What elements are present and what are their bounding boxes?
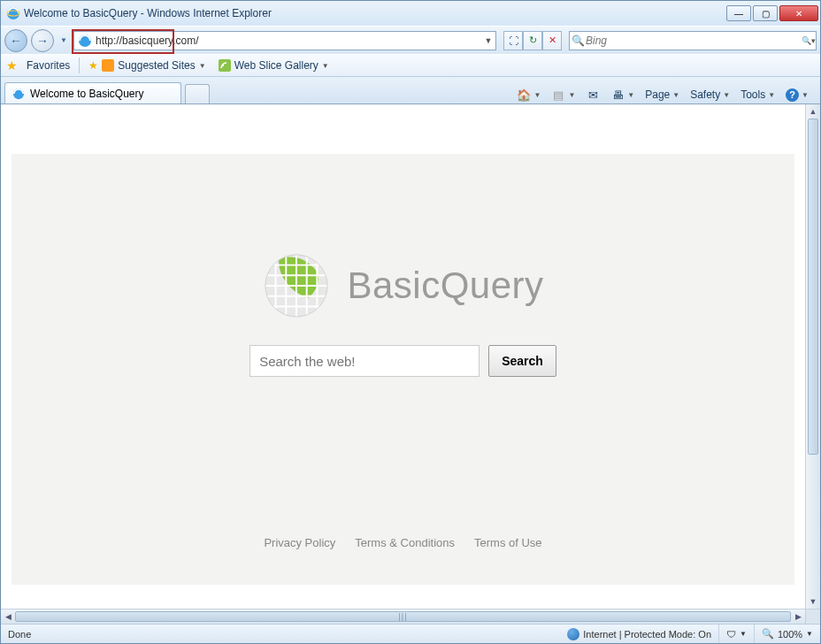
scroll-corner	[805, 609, 820, 624]
chevron-down-icon: ▼	[322, 62, 329, 70]
safety-menu[interactable]: Safety▼	[687, 87, 733, 103]
page-body: BasicQuery Search Privacy Policy Terms &…	[1, 154, 805, 609]
brand-text: BasicQuery	[347, 264, 543, 307]
svg-rect-3	[219, 59, 231, 72]
scroll-up-button[interactable]: ▲	[806, 104, 820, 119]
internet-zone-icon	[567, 628, 579, 640]
tab-active[interactable]: Welcome to BasicQuery	[4, 82, 181, 104]
favorites-button[interactable]: Favorites	[23, 58, 73, 73]
close-button[interactable]: ✕	[779, 5, 818, 21]
separator	[79, 58, 80, 73]
scroll-thumb[interactable]: |||	[15, 611, 791, 622]
help-button[interactable]: ?▼	[783, 87, 811, 104]
footer-links: Privacy Policy Terms & Conditions Terms …	[29, 536, 777, 549]
address-dropdown[interactable]: ▼	[481, 36, 495, 45]
forward-button[interactable]: →	[31, 29, 54, 52]
tools-menu-label: Tools	[740, 88, 765, 101]
chevron-down-icon: ▼	[672, 91, 679, 99]
tab-title: Welcome to BasicQuery	[30, 88, 144, 100]
page-viewport: BasicQuery Search Privacy Policy Terms &…	[1, 104, 805, 609]
page-inner: BasicQuery Search Privacy Policy Terms &…	[12, 154, 794, 585]
rss-icon: ▤	[551, 88, 565, 102]
page-menu-label: Page	[645, 88, 670, 101]
chevron-down-icon: ▼	[627, 91, 634, 99]
footer-terms-link[interactable]: Terms & Conditions	[355, 536, 455, 549]
ie-window: Welcome to BasicQuery - Windows Internet…	[0, 0, 821, 644]
zoom-level: 100%	[778, 629, 802, 640]
status-protected-icon[interactable]: 🛡▼	[719, 625, 755, 643]
status-bar: Done Internet | Protected Mode: On 🛡▼ 🔍 …	[1, 624, 820, 643]
chevron-down-icon: ▼	[723, 91, 730, 99]
search-box[interactable]: 🔍 🔍▾	[569, 31, 817, 50]
grip-icon: |||	[398, 612, 407, 621]
address-input[interactable]	[96, 34, 481, 47]
scroll-left-button[interactable]: ◀	[1, 610, 15, 624]
privacy-icon: 🛡	[726, 629, 736, 640]
nav-history-dropdown[interactable]: ▼	[58, 36, 70, 44]
scroll-down-button[interactable]: ▼	[806, 594, 820, 609]
refresh-button[interactable]: ↻	[523, 31, 542, 50]
ie-logo-icon	[12, 88, 25, 100]
chevron-down-icon: ▼	[740, 630, 747, 638]
safety-menu-label: Safety	[690, 88, 720, 101]
page-search-button[interactable]: Search	[488, 345, 556, 377]
chevron-down-icon: ▼	[802, 91, 809, 99]
status-zone-label: Internet | Protected Mode: On	[583, 629, 711, 640]
scroll-right-button[interactable]: ▶	[791, 610, 805, 624]
home-button[interactable]: 🏠▼	[514, 86, 543, 104]
new-tab-button[interactable]	[185, 84, 210, 104]
content-area: BasicQuery Search Privacy Policy Terms &…	[1, 104, 820, 609]
webslice-icon	[219, 59, 231, 72]
chevron-down-icon: ▼	[568, 91, 575, 99]
page-search-row: Search	[29, 345, 777, 377]
ie-logo-icon	[6, 6, 20, 20]
read-mail-button[interactable]: ✉	[583, 86, 602, 104]
zoom-icon: 🔍	[762, 628, 774, 640]
print-icon: 🖶	[610, 88, 625, 102]
status-zone: Internet | Protected Mode: On	[560, 625, 719, 643]
titlebar: Welcome to BasicQuery - Windows Internet…	[1, 1, 820, 26]
footer-privacy-link[interactable]: Privacy Policy	[264, 536, 335, 549]
print-button[interactable]: 🖶▼	[608, 86, 637, 104]
star-icon: ★	[88, 59, 98, 72]
horizontal-scrollbar[interactable]: ◀ ||| ▶	[1, 609, 805, 624]
page-search-input[interactable]	[249, 345, 480, 377]
chevron-down-icon: ▼	[806, 630, 813, 638]
navbar: ← → ▼ ▼ ⛶ ↻ ✕ 🔍 🔍▾	[1, 26, 820, 54]
suggested-sites-button[interactable]: ★ Suggested Sites ▼	[85, 58, 209, 73]
back-button[interactable]: ←	[4, 29, 27, 52]
favorites-star-icon: ★	[6, 58, 18, 73]
compat-view-button[interactable]: ⛶	[503, 31, 523, 50]
suggested-icon	[102, 59, 114, 72]
help-icon: ?	[786, 88, 799, 102]
feeds-button[interactable]: ▤▼	[549, 86, 578, 104]
mail-icon: ✉	[586, 88, 600, 102]
search-provider-dropdown[interactable]: 🔍▾	[802, 36, 816, 45]
chevron-down-icon: ▼	[533, 91, 541, 99]
web-slice-button[interactable]: Web Slice Gallery ▼	[215, 58, 333, 73]
status-text: Done	[1, 625, 38, 643]
tab-bar: Welcome to BasicQuery 🏠▼ ▤▼ ✉ 🖶▼ Page▼ S…	[1, 77, 820, 104]
vertical-scrollbar[interactable]: ▲ ▼	[805, 104, 820, 609]
page-menu[interactable]: Page▼	[642, 87, 682, 103]
minimize-button[interactable]: —	[726, 5, 751, 21]
page-icon	[78, 34, 92, 48]
tools-menu[interactable]: Tools▼	[738, 87, 778, 103]
zoom-control[interactable]: 🔍 100% ▼	[755, 625, 820, 643]
window-title: Welcome to BasicQuery - Windows Internet…	[24, 7, 726, 19]
command-bar: 🏠▼ ▤▼ ✉ 🖶▼ Page▼ Safety▼ Tools▼ ?▼	[213, 86, 817, 104]
chevron-down-icon: ▼	[768, 91, 775, 99]
search-icon: 🔍	[570, 34, 586, 47]
brand-row: BasicQuery	[29, 251, 777, 320]
home-icon: 🏠	[517, 88, 531, 102]
footer-use-link[interactable]: Terms of Use	[474, 536, 542, 549]
search-input[interactable]	[586, 34, 802, 47]
web-slice-label: Web Slice Gallery	[234, 59, 318, 72]
maximize-button[interactable]: ▢	[753, 5, 778, 21]
chevron-down-icon: ▼	[199, 62, 206, 70]
address-bar[interactable]: ▼	[73, 31, 496, 50]
scroll-thumb[interactable]	[808, 119, 818, 455]
stop-button[interactable]: ✕	[542, 31, 562, 50]
suggested-sites-label: Suggested Sites	[118, 59, 195, 72]
brand-globe-icon	[262, 251, 331, 320]
